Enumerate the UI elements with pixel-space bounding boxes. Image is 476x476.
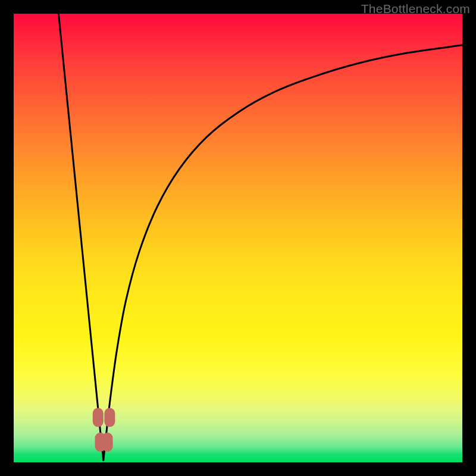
marker-opt-right-lower <box>102 433 113 452</box>
optimum-markers <box>93 408 115 452</box>
chart-gradient-plot <box>14 14 462 462</box>
marker-opt-left-lower <box>95 433 106 452</box>
marker-opt-right-upper <box>104 408 115 427</box>
chart-frame: TheBottleneck.com <box>0 0 476 476</box>
watermark-text: TheBottleneck.com <box>361 2 470 16</box>
marker-opt-left-upper <box>93 408 104 427</box>
chart-svg-layer <box>14 14 462 462</box>
curve-left-branch <box>58 14 103 460</box>
curve-right-branch <box>104 45 462 460</box>
